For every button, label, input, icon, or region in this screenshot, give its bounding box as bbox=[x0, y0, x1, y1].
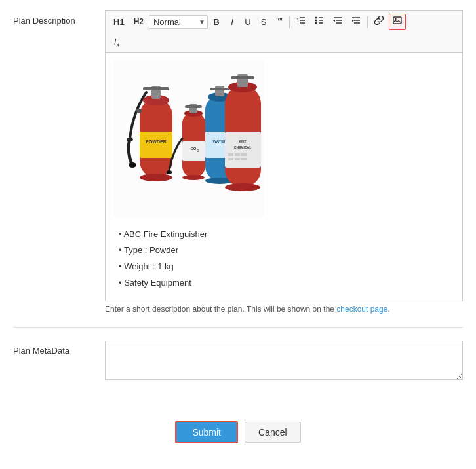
svg-rect-45 bbox=[210, 88, 229, 90]
svg-text:CO: CO bbox=[191, 147, 197, 151]
plan-metadata-field bbox=[105, 341, 463, 382]
toolbar-clear-format-button[interactable]: Ix bbox=[109, 35, 124, 51]
cancel-button[interactable]: Cancel bbox=[245, 422, 301, 443]
plan-description-row: Plan Description H1 H2 Normal Heading 1 … bbox=[13, 10, 463, 328]
svg-point-30 bbox=[129, 162, 136, 168]
bullet-item-3: Weight : 1 kg bbox=[119, 259, 454, 275]
svg-rect-52 bbox=[228, 153, 233, 156]
svg-point-6 bbox=[315, 22, 317, 24]
form-container: Plan Description H1 H2 Normal Heading 1 … bbox=[0, 0, 476, 460]
plan-description-field: H1 H2 Normal Heading 1 Heading 2 Heading… bbox=[105, 10, 463, 314]
svg-text:POWDER: POWDER bbox=[146, 140, 167, 144]
toolbar-italic-button[interactable]: I bbox=[225, 14, 239, 30]
submit-button[interactable]: Submit bbox=[175, 421, 238, 443]
toolbar-ordered-list-button[interactable]: 1. bbox=[292, 14, 309, 30]
svg-rect-57 bbox=[241, 158, 247, 160]
toolbar-image-button[interactable] bbox=[389, 14, 406, 30]
svg-text:WET: WET bbox=[239, 140, 246, 143]
svg-rect-55 bbox=[228, 158, 233, 160]
help-text-highlight: checkout page bbox=[336, 305, 387, 314]
toolbar-style-select-wrap: Normal Heading 1 Heading 2 Heading 3 ▼ bbox=[149, 15, 208, 29]
editor-toolbar-row1: H1 H2 Normal Heading 1 Heading 2 Heading… bbox=[105, 10, 463, 33]
svg-point-5 bbox=[315, 20, 317, 22]
toolbar-strikethrough-button[interactable]: S bbox=[256, 14, 271, 30]
svg-point-39 bbox=[167, 170, 172, 174]
plan-metadata-input[interactable] bbox=[105, 341, 463, 380]
toolbar-indent-right-button[interactable] bbox=[347, 14, 365, 30]
svg-rect-56 bbox=[235, 158, 240, 160]
fire-extinguisher-image: POWDER bbox=[113, 60, 264, 217]
link-icon bbox=[374, 16, 384, 25]
svg-text:2: 2 bbox=[197, 149, 199, 153]
help-text-before: Enter a short description about the plan… bbox=[105, 305, 336, 314]
toolbar-style-select[interactable]: Normal Heading 1 Heading 2 Heading 3 bbox=[149, 15, 208, 29]
editor-bullet-list: ABC Fire Extinguisher Type : Powder Weig… bbox=[113, 227, 454, 291]
indent-left-icon bbox=[333, 16, 342, 25]
plan-metadata-row: Plan MetaData bbox=[13, 341, 463, 395]
svg-rect-23 bbox=[140, 132, 172, 158]
toolbar-h1-button[interactable]: H1 bbox=[109, 14, 129, 30]
svg-point-19 bbox=[395, 18, 396, 20]
svg-marker-17 bbox=[352, 20, 354, 22]
editor-area[interactable]: POWDER bbox=[105, 52, 463, 301]
toolbar-bold-button[interactable]: B bbox=[209, 14, 224, 30]
svg-text:WATER: WATER bbox=[212, 140, 227, 143]
toolbar-underline-button[interactable]: U bbox=[241, 14, 255, 30]
toolbar-unordered-list-button[interactable] bbox=[311, 14, 328, 30]
svg-rect-44 bbox=[215, 86, 224, 96]
svg-point-61 bbox=[225, 183, 260, 191]
ordered-list-icon: 1. bbox=[296, 16, 306, 25]
plan-description-label: Plan Description bbox=[13, 10, 105, 26]
svg-rect-37 bbox=[185, 105, 202, 108]
svg-point-4 bbox=[315, 17, 317, 19]
indent-right-icon bbox=[351, 16, 361, 25]
form-buttons: Submit Cancel bbox=[13, 408, 463, 450]
toolbar-indent-left-button[interactable] bbox=[329, 14, 346, 30]
editor-help-text: Enter a short description about the plan… bbox=[105, 305, 463, 314]
svg-rect-54 bbox=[241, 153, 247, 156]
svg-rect-18 bbox=[393, 17, 401, 24]
svg-rect-53 bbox=[235, 153, 240, 156]
image-icon bbox=[393, 16, 402, 25]
toolbar-separator-2 bbox=[367, 16, 368, 28]
editor-image: POWDER bbox=[113, 60, 454, 219]
toolbar-quote-button[interactable]: “” bbox=[272, 14, 287, 31]
svg-rect-60 bbox=[231, 76, 254, 79]
svg-rect-32 bbox=[182, 141, 205, 161]
svg-rect-27 bbox=[143, 87, 169, 90]
toolbar-link-button[interactable] bbox=[370, 14, 387, 30]
bullet-item-1: ABC Fire Extinguisher bbox=[119, 227, 454, 243]
svg-rect-28 bbox=[136, 109, 142, 113]
editor-toolbar-row2: Ix bbox=[105, 33, 463, 52]
bullet-item-4: Safety Equipment bbox=[119, 275, 454, 291]
bullet-item-2: Type : Powder bbox=[119, 242, 454, 259]
toolbar-h2-button[interactable]: H2 bbox=[130, 14, 148, 29]
toolbar-separator-1 bbox=[289, 16, 290, 28]
help-text-after: . bbox=[387, 305, 389, 314]
svg-point-29 bbox=[140, 174, 172, 181]
plan-metadata-label: Plan MetaData bbox=[13, 341, 105, 356]
svg-text:CHEMICAL: CHEMICAL bbox=[234, 145, 251, 149]
svg-marker-13 bbox=[333, 20, 335, 22]
unordered-list-icon bbox=[315, 16, 324, 25]
svg-rect-49 bbox=[225, 132, 261, 168]
svg-point-38 bbox=[182, 175, 205, 180]
